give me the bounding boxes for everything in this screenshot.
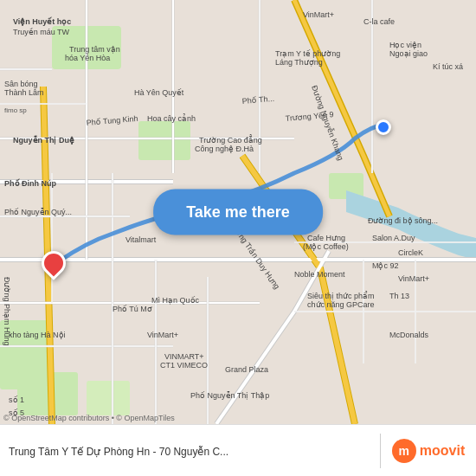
svg-text:Học viện: Học viện	[389, 41, 421, 49]
svg-text:McDonalds: McDonalds	[389, 331, 429, 339]
svg-text:Cafe Hưng: Cafe Hưng	[307, 234, 345, 242]
moovit-text: moovit	[420, 443, 465, 459]
svg-text:Viện Huyết học: Viện Huyết học	[13, 16, 71, 26]
svg-text:số 1: số 1	[9, 396, 24, 404]
svg-text:Phố Nguyễn Quý...: Phố Nguyễn Quý...	[4, 208, 72, 216]
origin-pin	[376, 119, 391, 135]
svg-text:VinMart+: VinMart+	[398, 274, 429, 283]
svg-text:VinMart+: VinMart+	[303, 10, 334, 19]
svg-text:Vitalmart: Vitalmart	[125, 235, 157, 244]
svg-text:Ngoại giao: Ngoại giao	[389, 49, 428, 58]
svg-text:C-la cafe: C-la cafe	[363, 17, 395, 26]
svg-text:(Mộc Coffee): (Mộc Coffee)	[303, 242, 349, 251]
svg-text:Salon A.Duy: Salon A.Duy	[372, 234, 415, 242]
svg-text:chức năng GPCare: chức năng GPCare	[307, 300, 375, 309]
svg-text:Nguyễn Thị Duệ: Nguyễn Thị Duệ	[13, 135, 74, 145]
svg-text:Hoa cây cảnh: Hoa cây cảnh	[147, 113, 196, 123]
bottom-bar: Trung Tâm Y Tế Dự Phòng Hn - 70 Nguyễn C…	[0, 424, 476, 476]
svg-text:Noble Moment: Noble Moment	[294, 270, 345, 279]
svg-text:Th 13: Th 13	[389, 292, 409, 300]
destination-pin	[42, 251, 66, 275]
svg-text:Trung tâm vận: Trung tâm vận	[69, 45, 120, 54]
svg-rect-6	[87, 381, 130, 415]
svg-text:kho tàng Hà Nội: kho tàng Hà Nội	[9, 331, 66, 339]
osm-credit: © OpenStreetMap contributors • © OpenMap…	[3, 414, 175, 422]
svg-text:CircleK: CircleK	[398, 248, 423, 257]
svg-text:hóa Yên Hòa: hóa Yên Hòa	[65, 54, 110, 62]
destination-label: Trung Tâm Y Tế Dự Phòng Hn - 70 Nguyễn C…	[9, 446, 228, 458]
take-me-there-button[interactable]: Take me there	[153, 190, 323, 235]
svg-text:Grand Plaza: Grand Plaza	[225, 365, 268, 374]
svg-text:CT1 VIMECO: CT1 VIMECO	[160, 361, 208, 370]
svg-text:Phố Nguyễn Thị Thập: Phố Nguyễn Thị Thập	[190, 391, 269, 400]
moovit-icon-letter: m	[399, 444, 409, 458]
svg-text:Kí túc xá: Kí túc xá	[433, 62, 463, 71]
svg-text:Mộc 92: Mộc 92	[372, 261, 399, 270]
moovit-logo: m moovit	[392, 439, 465, 463]
svg-text:VINMART+: VINMART+	[164, 352, 204, 361]
svg-text:Trạm Y tế phường: Trạm Y tế phường	[275, 49, 340, 58]
svg-text:Đường đi bộ sông...: Đường đi bộ sông...	[368, 216, 438, 225]
svg-text:Phố Đinh Núp: Phố Đinh Núp	[4, 178, 56, 188]
svg-rect-2	[138, 121, 190, 160]
svg-text:fimo sp: fimo sp	[4, 106, 27, 114]
map-container: Viện Huyết học Truyền máu TW Trung tâm v…	[0, 0, 476, 424]
svg-text:Mì Hạn Quốc: Mì Hạn Quốc	[151, 296, 200, 305]
svg-text:Sân bóng: Sân bóng	[4, 80, 38, 88]
svg-text:Công nghệ Đ.Hà: Công nghệ Đ.Hà	[195, 145, 254, 153]
svg-text:VinMart+: VinMart+	[147, 331, 178, 339]
svg-text:Hà Yên Quyết: Hà Yên Quyết	[134, 88, 184, 97]
svg-text:Siêu thị thức phẩm: Siêu thị thức phẩm	[307, 291, 375, 300]
moovit-icon: m	[392, 439, 416, 463]
svg-text:Phố Tú Mơ: Phố Tú Mơ	[113, 305, 152, 313]
svg-text:Truyền máu TW: Truyền máu TW	[13, 28, 70, 36]
bottom-destination-text: Trung Tâm Y Tế Dự Phòng Hn - 70 Nguyễn C…	[0, 443, 380, 459]
bottom-right-section: m moovit	[381, 439, 476, 463]
svg-text:Thành Lâm: Thành Lâm	[4, 88, 44, 97]
svg-text:Trường Cao đẳng: Trường Cao đẳng	[199, 134, 262, 145]
svg-text:Láng Thượng: Láng Thượng	[275, 58, 323, 67]
